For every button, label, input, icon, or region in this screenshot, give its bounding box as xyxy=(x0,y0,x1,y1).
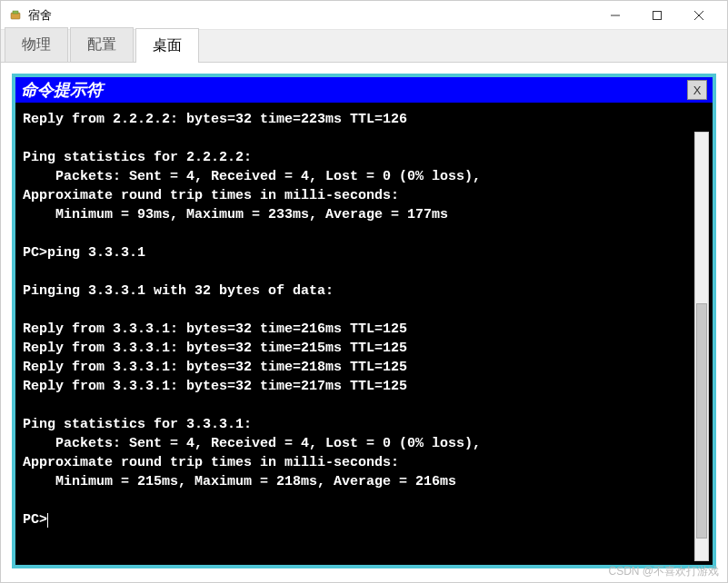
tab-desktop[interactable]: 桌面 xyxy=(135,28,199,63)
terminal-body[interactable]: Reply from 2.2.2.2: bytes=32 time=223ms … xyxy=(15,103,713,565)
scrollbar-thumb[interactable] xyxy=(696,303,707,539)
terminal-output: Reply from 2.2.2.2: bytes=32 time=223ms … xyxy=(23,112,481,528)
svg-rect-1 xyxy=(13,11,18,14)
app-window: 宿舍 物理 配置 桌面 命令提示符 X Reply from 2.2.2.2: … xyxy=(0,0,728,583)
terminal-scrollbar[interactable] xyxy=(694,132,709,561)
terminal-title: 命令提示符 xyxy=(21,79,687,101)
tabbar: 物理 配置 桌面 xyxy=(1,30,727,63)
watermark: CSDN @不喜欢打游戏 xyxy=(608,564,719,579)
svg-rect-3 xyxy=(653,11,662,19)
terminal-close-button[interactable]: X xyxy=(687,80,707,100)
minimize-button[interactable] xyxy=(594,2,636,29)
window-controls xyxy=(594,2,720,29)
maximize-button[interactable] xyxy=(636,2,678,29)
terminal-cursor xyxy=(47,513,48,528)
close-button[interactable] xyxy=(678,2,720,29)
app-icon xyxy=(8,8,23,23)
content-area: 命令提示符 X Reply from 2.2.2.2: bytes=32 tim… xyxy=(1,63,727,582)
titlebar[interactable]: 宿舍 xyxy=(1,1,727,30)
tab-physical[interactable]: 物理 xyxy=(5,27,68,62)
terminal-window: 命令提示符 X Reply from 2.2.2.2: bytes=32 tim… xyxy=(12,74,716,568)
tab-config[interactable]: 配置 xyxy=(70,27,134,62)
terminal-titlebar[interactable]: 命令提示符 X xyxy=(15,77,713,103)
window-title: 宿舍 xyxy=(28,7,594,24)
